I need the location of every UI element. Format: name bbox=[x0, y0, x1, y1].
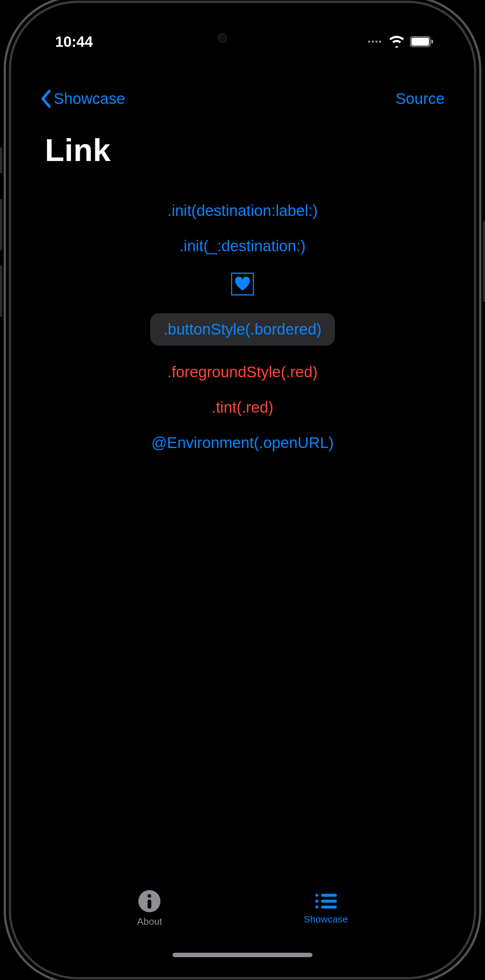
home-indicator[interactable] bbox=[173, 953, 312, 957]
link-label: .buttonStyle(.bordered) bbox=[163, 321, 322, 338]
svg-point-5 bbox=[315, 894, 318, 897]
heart-icon bbox=[235, 277, 250, 291]
navigation-bar: Showcase Source bbox=[22, 80, 463, 117]
screen: 10:44 bbox=[22, 14, 463, 966]
svg-rect-8 bbox=[321, 894, 337, 897]
power-button[interactable] bbox=[483, 221, 485, 302]
source-button-label: Source bbox=[396, 90, 445, 107]
svg-point-3 bbox=[147, 894, 151, 898]
link-tint-red[interactable]: .tint(.red) bbox=[212, 399, 273, 416]
status-right-cluster bbox=[368, 36, 433, 48]
list-bullet-icon bbox=[314, 892, 338, 910]
tab-label: Showcase bbox=[304, 914, 348, 925]
device-frame: 10:44 bbox=[11, 3, 474, 977]
battery-icon bbox=[410, 36, 433, 47]
volume-up-button[interactable] bbox=[0, 199, 2, 251]
front-camera-icon bbox=[217, 33, 227, 43]
svg-rect-9 bbox=[321, 900, 337, 903]
tab-about[interactable]: About bbox=[137, 890, 162, 928]
tab-showcase[interactable]: Showcase bbox=[304, 892, 348, 925]
link-button-style-bordered[interactable]: .buttonStyle(.bordered) bbox=[150, 313, 335, 345]
svg-point-6 bbox=[315, 900, 318, 903]
svg-rect-10 bbox=[321, 905, 337, 908]
svg-rect-4 bbox=[147, 900, 151, 908]
chevron-left-icon bbox=[40, 89, 52, 108]
link-environment-openurl[interactable]: @Environment(.openURL) bbox=[151, 434, 334, 452]
link-init-unnamed-destination[interactable]: .init(_:destination:) bbox=[179, 237, 306, 255]
link-label: .init(destination:label:) bbox=[168, 202, 318, 219]
link-heart-icon-button[interactable] bbox=[231, 273, 254, 296]
link-label: @Environment(.openURL) bbox=[151, 434, 334, 451]
page-title: Link bbox=[45, 132, 111, 169]
link-init-destination-label[interactable]: .init(destination:label:) bbox=[168, 202, 318, 220]
dynamic-island bbox=[184, 25, 301, 51]
back-button[interactable]: Showcase bbox=[40, 89, 125, 108]
link-label: .foregroundStyle(.red) bbox=[168, 363, 318, 380]
status-time: 10:44 bbox=[55, 33, 93, 50]
link-label: .init(_:destination:) bbox=[179, 237, 306, 255]
wifi-icon bbox=[388, 36, 405, 48]
tab-label: About bbox=[137, 916, 162, 928]
svg-rect-2 bbox=[431, 40, 433, 43]
content-stack: .init(destination:label:) .init(_:destin… bbox=[22, 202, 463, 452]
svg-point-7 bbox=[315, 905, 318, 908]
volume-down-button[interactable] bbox=[0, 265, 2, 317]
cellular-dots-icon bbox=[368, 41, 381, 43]
link-foreground-style-red[interactable]: .foregroundStyle(.red) bbox=[168, 363, 318, 381]
source-button[interactable]: Source bbox=[396, 90, 445, 108]
mute-switch[interactable] bbox=[0, 147, 2, 173]
back-button-label: Showcase bbox=[54, 90, 125, 108]
tab-bar: About Showcase bbox=[22, 883, 463, 942]
link-label: .tint(.red) bbox=[212, 399, 273, 416]
svg-rect-1 bbox=[411, 38, 429, 46]
info-circle-icon bbox=[138, 890, 160, 912]
